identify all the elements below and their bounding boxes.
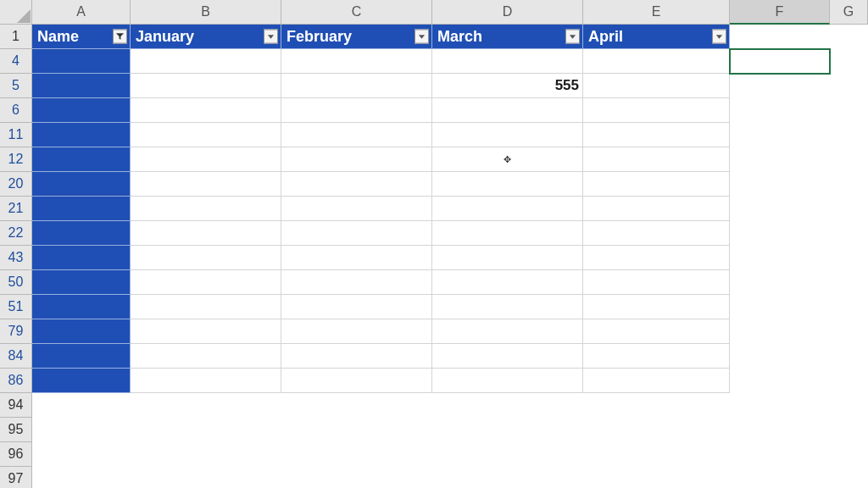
cell-a5[interactable]	[32, 74, 131, 98]
cell-c84[interactable]	[281, 344, 432, 369]
row-header-43[interactable]: 43	[0, 246, 32, 270]
cell-e84[interactable]	[583, 344, 730, 369]
cell-c22[interactable]	[281, 221, 432, 246]
cell-b97[interactable]	[131, 467, 281, 488]
cell-f21[interactable]	[730, 197, 830, 221]
table-header-january[interactable]: January	[131, 25, 281, 49]
cell-b51[interactable]	[131, 295, 281, 319]
filter-active-icon[interactable]	[113, 30, 127, 44]
column-header-d[interactable]: D	[432, 0, 583, 25]
row-header-1[interactable]: 1	[0, 25, 32, 49]
row-header-20[interactable]: 20	[0, 172, 32, 197]
cell-b22[interactable]	[131, 221, 281, 246]
cell-a97[interactable]	[32, 467, 131, 488]
cell-c51[interactable]	[281, 295, 432, 319]
cell-g4[interactable]	[830, 49, 868, 74]
cell-a86[interactable]	[32, 369, 131, 393]
cell-d12[interactable]: ✥	[432, 147, 583, 172]
cell-d84[interactable]	[432, 344, 583, 369]
cell-a94[interactable]	[32, 393, 131, 418]
row-header-79[interactable]: 79	[0, 319, 32, 344]
row-header-12[interactable]: 12	[0, 147, 32, 172]
cell-b96[interactable]	[131, 442, 281, 467]
cell-e5[interactable]	[583, 74, 730, 98]
table-header-april[interactable]: April	[583, 25, 730, 49]
cell-f96[interactable]	[730, 442, 830, 467]
cell-a51[interactable]	[32, 295, 131, 319]
filter-dropdown-icon[interactable]	[264, 30, 278, 44]
cell-b95[interactable]	[131, 418, 281, 442]
cell-g51[interactable]	[830, 295, 868, 319]
cell-b43[interactable]	[131, 246, 281, 270]
cell-f43[interactable]	[730, 246, 830, 270]
cell-a84[interactable]	[32, 344, 131, 369]
cell-F1[interactable]	[730, 25, 830, 49]
cell-b84[interactable]	[131, 344, 281, 369]
cell-e4[interactable]	[583, 49, 730, 74]
cell-g5[interactable]	[830, 74, 868, 98]
cell-d97[interactable]	[432, 467, 583, 488]
cell-g21[interactable]	[830, 197, 868, 221]
cell-g11[interactable]	[830, 123, 868, 147]
cell-f84[interactable]	[730, 344, 830, 369]
cell-d95[interactable]	[432, 418, 583, 442]
cell-d51[interactable]	[432, 295, 583, 319]
cell-a12[interactable]	[32, 147, 131, 172]
cell-g79[interactable]	[830, 319, 868, 344]
row-header-86[interactable]: 86	[0, 369, 32, 393]
cell-a96[interactable]	[32, 442, 131, 467]
cell-f94[interactable]	[730, 393, 830, 418]
cell-b12[interactable]	[131, 147, 281, 172]
cell-a95[interactable]	[32, 418, 131, 442]
cell-b20[interactable]	[131, 172, 281, 197]
cell-c20[interactable]	[281, 172, 432, 197]
cell-e51[interactable]	[583, 295, 730, 319]
cell-a20[interactable]	[32, 172, 131, 197]
cell-a43[interactable]	[32, 246, 131, 270]
row-header-22[interactable]: 22	[0, 221, 32, 246]
cell-a4[interactable]	[32, 49, 131, 74]
cell-d21[interactable]	[432, 197, 583, 221]
column-header-g[interactable]: G	[830, 0, 868, 25]
cell-c21[interactable]	[281, 197, 432, 221]
cell-d50[interactable]	[432, 270, 583, 295]
cell-f95[interactable]	[730, 418, 830, 442]
cell-g43[interactable]	[830, 246, 868, 270]
cell-f22[interactable]	[730, 221, 830, 246]
cell-d5[interactable]: 555	[432, 74, 583, 98]
cell-g97[interactable]	[830, 467, 868, 488]
cell-c12[interactable]	[281, 147, 432, 172]
cell-g6[interactable]	[830, 98, 868, 123]
row-header-21[interactable]: 21	[0, 197, 32, 221]
cell-b79[interactable]	[131, 319, 281, 344]
filter-dropdown-icon[interactable]	[712, 30, 726, 44]
cell-a11[interactable]	[32, 123, 131, 147]
column-header-b[interactable]: B	[131, 0, 281, 25]
cell-c79[interactable]	[281, 319, 432, 344]
table-header-february[interactable]: February	[281, 25, 432, 49]
cell-c86[interactable]	[281, 369, 432, 393]
filter-dropdown-icon[interactable]	[565, 30, 580, 44]
filter-dropdown-icon[interactable]	[415, 30, 429, 44]
cell-b86[interactable]	[131, 369, 281, 393]
cell-b4[interactable]	[131, 49, 281, 74]
cell-c95[interactable]	[281, 418, 432, 442]
cell-g96[interactable]	[830, 442, 868, 467]
cell-g50[interactable]	[830, 270, 868, 295]
row-header-5[interactable]: 5	[0, 74, 32, 98]
cell-f50[interactable]	[730, 270, 830, 295]
row-header-94[interactable]: 94	[0, 393, 32, 418]
cell-c97[interactable]	[281, 467, 432, 488]
cell-c5[interactable]	[281, 74, 432, 98]
cell-d6[interactable]	[432, 98, 583, 123]
cell-e96[interactable]	[583, 442, 730, 467]
cell-b6[interactable]	[131, 98, 281, 123]
cell-g20[interactable]	[830, 172, 868, 197]
cell-c50[interactable]	[281, 270, 432, 295]
cell-f51[interactable]	[730, 295, 830, 319]
cell-d79[interactable]	[432, 319, 583, 344]
row-header-4[interactable]: 4	[0, 49, 32, 74]
cell-a79[interactable]	[32, 319, 131, 344]
cell-e20[interactable]	[583, 172, 730, 197]
table-header-name[interactable]: Name	[32, 25, 131, 49]
